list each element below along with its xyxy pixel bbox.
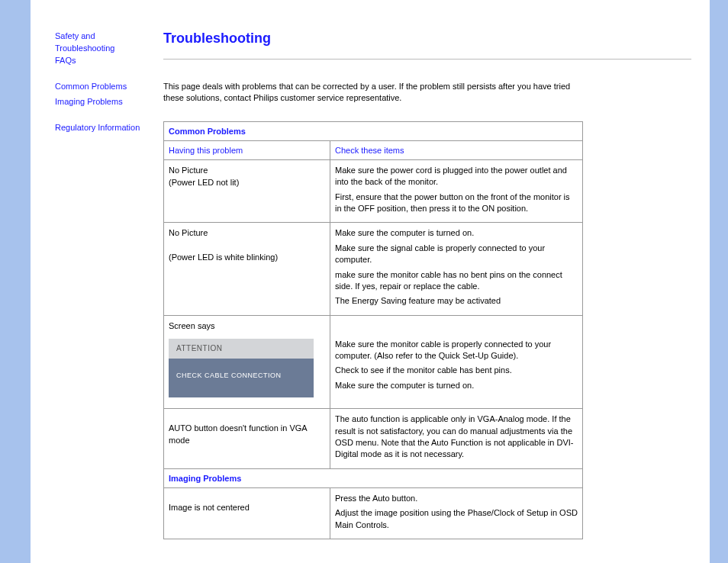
solution-cell: Make sure the power cord is plugged into… xyxy=(330,159,583,223)
solution-text: make sure the monitor cable has no bent … xyxy=(335,269,578,293)
column-header-check: Check these items xyxy=(330,140,583,159)
nav-common-problems[interactable]: Common Problems xyxy=(55,81,153,93)
monitor-message-box: ATTENTION CHECK CABLE CONNECTION xyxy=(169,339,314,398)
table-row: No Picture (Power LED not lit) Make sure… xyxy=(164,159,583,223)
solution-text: Adjust the image position using the Phas… xyxy=(335,507,578,531)
solution-cell: Make sure the monitor cable is properly … xyxy=(330,315,583,408)
problem-cell: No Picture (Power LED is white blinking) xyxy=(164,223,330,315)
divider xyxy=(163,59,691,60)
nav-regulatory-info[interactable]: Regulatory Information xyxy=(55,122,153,134)
table-row: Common Problems xyxy=(164,121,583,140)
table-row: Having this problem Check these items xyxy=(164,140,583,159)
left-accent-bar xyxy=(0,0,31,563)
solution-text: Make sure the signal cable is properly c… xyxy=(335,243,578,266)
solution-text: Make sure the computer is turned on. xyxy=(335,380,578,391)
nav-safety-faqs[interactable]: Safety and Troubleshooting FAQs xyxy=(55,31,153,67)
problem-cell: AUTO button doesn't function in VGA mode xyxy=(164,409,330,469)
table-row: No Picture (Power LED is white blinking)… xyxy=(164,223,583,315)
problem-text: Image is not centered xyxy=(169,503,250,512)
problem-text: No Picture xyxy=(169,228,208,237)
check-cable-msg: CHECK CABLE CONNECTION xyxy=(169,359,314,397)
main-content: Troubleshooting This page deals with pro… xyxy=(160,0,710,563)
nav-text: Troubleshooting xyxy=(55,43,114,53)
problem-text: Screen says xyxy=(169,321,215,330)
nav-text: FAQs xyxy=(55,56,76,65)
problem-cell: Image is not centered xyxy=(164,487,330,539)
solution-text: The auto function is applicable only in … xyxy=(335,413,578,461)
table-row: AUTO button doesn't function in VGA mode… xyxy=(164,409,583,469)
problem-text: (Power LED not lit) xyxy=(169,178,239,187)
nav-imaging-problems[interactable]: Imaging Problems xyxy=(55,96,153,108)
attention-label: ATTENTION xyxy=(169,339,314,359)
solution-text: Make sure the computer is turned on. xyxy=(335,227,578,239)
solution-text: Check to see if the monitor cable has be… xyxy=(335,365,578,376)
solution-text: Make sure the monitor cable is properly … xyxy=(335,339,578,362)
troubleshooting-table: Common Problems Having this problem Chec… xyxy=(163,121,583,539)
table-row: Screen says ATTENTION CHECK CABLE CONNEC… xyxy=(164,315,583,408)
section-header-common: Common Problems xyxy=(164,121,583,140)
sidebar-nav: Safety and Troubleshooting FAQs Common P… xyxy=(31,0,160,563)
section-header-imaging: Imaging Problems xyxy=(164,468,583,487)
solution-cell: The auto function is applicable only in … xyxy=(330,409,583,469)
nav-text: Safety and xyxy=(55,31,95,40)
solution-text: First, ensure that the power button on t… xyxy=(335,191,578,215)
problem-cell: No Picture (Power LED not lit) xyxy=(164,159,330,223)
problem-text: (Power LED is white blinking) xyxy=(169,253,278,262)
column-header-problem: Having this problem xyxy=(164,140,330,159)
solution-text: Make sure the power cord is plugged into… xyxy=(335,165,578,188)
problem-text: No Picture xyxy=(169,166,208,175)
page-title: Troubleshooting xyxy=(163,31,691,47)
problem-cell: Screen says ATTENTION CHECK CABLE CONNEC… xyxy=(164,315,330,408)
solution-text: The Energy Saving feature may be activat… xyxy=(335,295,578,307)
table-row: Image is not centered Press the Auto but… xyxy=(164,487,583,539)
solution-cell: Make sure the computer is turned on. Mak… xyxy=(330,223,583,315)
problem-text: AUTO button doesn't function in VGA mode xyxy=(169,423,307,445)
solution-cell: Press the Auto button. Adjust the image … xyxy=(330,487,583,539)
intro-text: This page deals with problems that can b… xyxy=(163,81,591,105)
table-row: Imaging Problems xyxy=(164,468,583,487)
solution-text: Press the Auto button. xyxy=(335,493,578,504)
right-accent-bar xyxy=(710,0,728,563)
